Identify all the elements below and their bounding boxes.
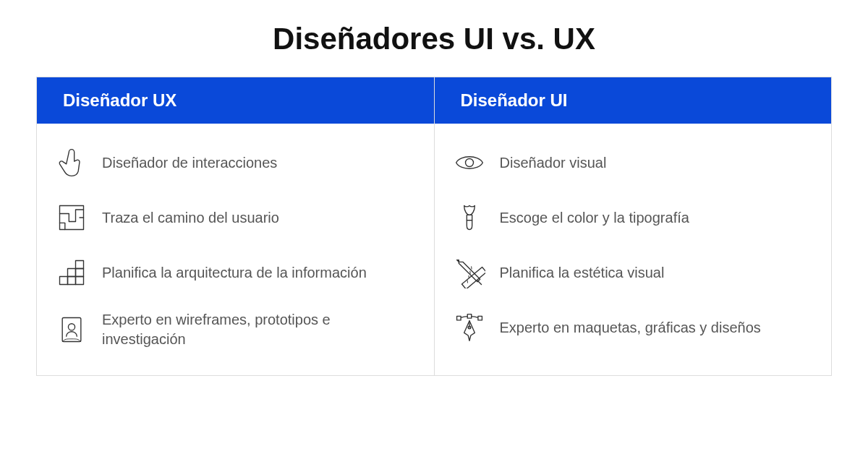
- list-item-label: Planifica la estética visual: [500, 263, 665, 283]
- blocks-icon: [54, 255, 89, 290]
- id-document-icon: [54, 312, 89, 347]
- svg-rect-13: [477, 316, 482, 320]
- svg-rect-5: [76, 269, 84, 277]
- list-item: Planifica la estética visual: [452, 255, 814, 290]
- column-ux: Diseñador UX Diseñador de interacciones: [37, 77, 435, 375]
- list-item-label: Diseñador visual: [500, 153, 607, 173]
- maze-icon: [54, 200, 89, 235]
- svg-rect-6: [76, 261, 84, 269]
- list-item: Experto en maquetas, gráficas y diseños: [452, 310, 814, 345]
- list-item-label: Experto en maquetas, gráficas y diseños: [500, 318, 761, 338]
- page-title: Diseñadores UI vs. UX: [36, 22, 832, 56]
- eye-icon: [452, 145, 487, 180]
- list-item-label: Escoge el color y la tipografía: [500, 208, 689, 228]
- list-item: Experto en wireframes, prototipos e inve…: [54, 310, 417, 349]
- comparison-table: Diseñador UX Diseñador de interacciones: [36, 77, 832, 376]
- svg-rect-12: [456, 316, 461, 320]
- list-item: Diseñador de interacciones: [54, 145, 417, 180]
- list-item-label: Experto en wireframes, prototipos e inve…: [102, 310, 417, 349]
- list-item-label: Diseñador de interacciones: [102, 153, 277, 173]
- column-ui: Diseñador UI Diseñador visual: [435, 77, 832, 375]
- list-item: Planifica la arquitectura de la informac…: [54, 255, 417, 290]
- column-body-ui: Diseñador visual Escoge el color y la ti…: [435, 124, 832, 371]
- svg-rect-7: [62, 318, 81, 342]
- list-item-label: Planifica la arquitectura de la informac…: [102, 263, 367, 283]
- brush-icon: [452, 200, 487, 235]
- column-body-ux: Diseñador de interacciones Traza el cami…: [37, 124, 434, 375]
- column-header-ux: Diseñador UX: [37, 77, 434, 124]
- svg-rect-3: [76, 277, 84, 285]
- column-header-ui: Diseñador UI: [435, 77, 832, 124]
- list-item: Diseñador visual: [452, 145, 814, 180]
- svg-rect-4: [68, 269, 76, 277]
- svg-rect-10: [467, 215, 472, 220]
- svg-rect-1: [60, 277, 68, 285]
- list-item-label: Traza el camino del usuario: [102, 208, 279, 228]
- svg-rect-2: [68, 277, 76, 285]
- list-item: Escoge el color y la tipografía: [452, 200, 814, 235]
- list-item: Traza el camino del usuario: [54, 200, 417, 235]
- ruler-pencil-icon: [452, 255, 487, 290]
- pointer-hand-icon: [54, 145, 89, 180]
- vector-pen-icon: [452, 310, 487, 345]
- svg-point-9: [465, 159, 473, 167]
- svg-point-8: [68, 324, 75, 330]
- svg-rect-14: [467, 314, 472, 319]
